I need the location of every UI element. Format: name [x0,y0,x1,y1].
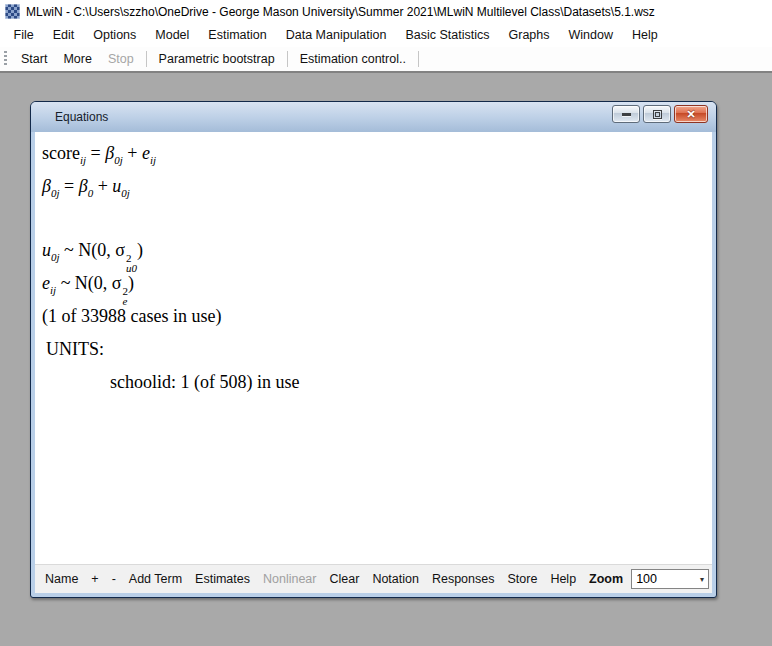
window-controls: ✕ [612,105,708,123]
toolbar-button-parametric-bootstrap[interactable]: Parametric bootstrap [151,47,283,71]
equations-footer-button-help[interactable]: Help [550,572,576,586]
equation-segment: ~ N(0, [56,273,112,293]
main-window-title: MLwiN - C:\Users\szzho\OneDrive - George… [26,5,655,19]
menu-item-estimation[interactable]: Estimation [199,23,276,47]
equation-segment: (1 of 33988 cases in use) [42,306,221,326]
equation-segment: ij [150,154,156,166]
equation-segment: σ [112,273,122,293]
equation-line: scoreij = β0j + eij [42,137,712,170]
minimize-button[interactable] [612,105,640,123]
toolbar-grip-handle[interactable] [4,51,7,67]
toolbar-button-stop: Stop [100,47,142,71]
equation-segment: β [105,143,114,163]
equation-segment: ) [128,273,134,293]
equation-segment: 0j [121,187,130,199]
toolbar-button-more[interactable]: More [55,47,99,71]
equations-footer-button-minus[interactable]: - [112,572,116,586]
zoom-level-combobox[interactable]: 100▾ [631,569,709,589]
menu-item-data-manipulation[interactable]: Data Manipulation [276,23,396,47]
equation-segment: ) [137,240,143,260]
menu-item-model[interactable]: Model [146,23,199,47]
equations-footer-button-zoom[interactable]: Zoom [589,572,623,586]
toolbar-button-estimation-control[interactable]: Estimation control.. [292,47,414,71]
menu-item-graphs[interactable]: Graphs [499,23,559,47]
equation-segment: 0j [51,187,60,199]
equations-display-area[interactable]: scoreij = β0j + eijβ0j = β0 + u0ju0j ~ N… [35,132,712,564]
equations-window-titlebar[interactable]: Equations ✕ [31,102,716,132]
equation-segment: score [42,143,80,163]
menu-bar: FileEditOptionsModelEstimationData Manip… [0,23,772,47]
toolbar-separator [146,51,147,67]
main-toolbar: StartMoreStopParametric bootstrapEstimat… [0,47,772,71]
equation-segment: e [42,273,50,293]
toolbar-button-start[interactable]: Start [13,47,55,71]
equations-footer-button-plus[interactable]: + [91,572,98,586]
minimize-icon [622,113,631,116]
equations-footer-button-clear[interactable]: Clear [330,572,360,586]
equation-segment: σ [115,240,125,260]
equation-segment: schoolid: 1 (of 508) in use [110,372,299,392]
equation-segment: e [142,143,150,163]
equations-footer-toolbar: Name+-Add TermEstimatesNonlinearClearNot… [35,564,712,593]
maximize-icon [653,110,662,119]
equation-segment: β [79,176,88,196]
equation-line: eij ~ N(0, σ2e) [42,267,712,300]
menu-item-help[interactable]: Help [623,23,668,47]
chevron-down-icon[interactable]: ▾ [700,575,704,584]
menu-item-window[interactable]: Window [559,23,622,47]
equation-segment: = [60,176,79,196]
menu-item-basic-statistics[interactable]: Basic Statistics [396,23,499,47]
menu-item-options[interactable]: Options [84,23,146,47]
close-button[interactable]: ✕ [674,105,708,123]
equations-footer-button-notation[interactable]: Notation [372,572,419,586]
maximize-button[interactable] [643,105,671,123]
equations-window: Equations ✕ scoreij = β0j + eijβ0j = β0 … [30,101,717,598]
mlwin-app-icon [5,4,20,19]
equations-footer-button-name[interactable]: Name [45,572,78,586]
equations-footer-button-add-term[interactable]: Add Term [129,572,182,586]
equation-segment: 0j [51,251,60,263]
toolbar-separator [287,51,288,67]
equation-line: (1 of 33988 cases in use) [42,300,712,333]
equation-segment: = [86,143,105,163]
menu-item-edit[interactable]: Edit [43,23,84,47]
close-icon: ✕ [686,109,695,120]
zoom-level-value: 100 [636,572,657,586]
toolbar-separator [418,51,419,67]
equations-footer-button-nonlinear: Nonlinear [263,572,317,586]
main-titlebar: MLwiN - C:\Users\szzho\OneDrive - George… [0,0,772,23]
equation-line: schoolid: 1 (of 508) in use [42,366,712,399]
equations-footer-button-store[interactable]: Store [507,572,537,586]
equation-line: UNITS: [42,333,712,366]
equation-segment: UNITS: [46,339,104,359]
equations-footer-button-estimates[interactable]: Estimates [195,572,250,586]
mdi-client-area: Equations ✕ scoreij = β0j + eijβ0j = β0 … [0,71,772,646]
equation-segment: u [112,176,121,196]
equation-segment: 0j [114,154,123,166]
equation-segment: u [42,240,51,260]
menu-item-file[interactable]: File [4,23,43,47]
equation-segment: + [93,176,112,196]
mlwin-application-window: MLwiN - C:\Users\szzho\OneDrive - George… [0,0,772,646]
equations-footer-button-responses[interactable]: Responses [432,572,495,586]
equation-segment: + [123,143,142,163]
equations-window-body: scoreij = β0j + eijβ0j = β0 + u0ju0j ~ N… [35,132,712,593]
equation-line: u0j ~ N(0, σ2u0) [42,234,712,267]
equation-line: β0j = β0 + u0j [42,170,712,203]
equation-segment: ~ N(0, [60,240,116,260]
equation-segment: β [42,176,51,196]
equations-window-title: Equations [55,110,108,124]
